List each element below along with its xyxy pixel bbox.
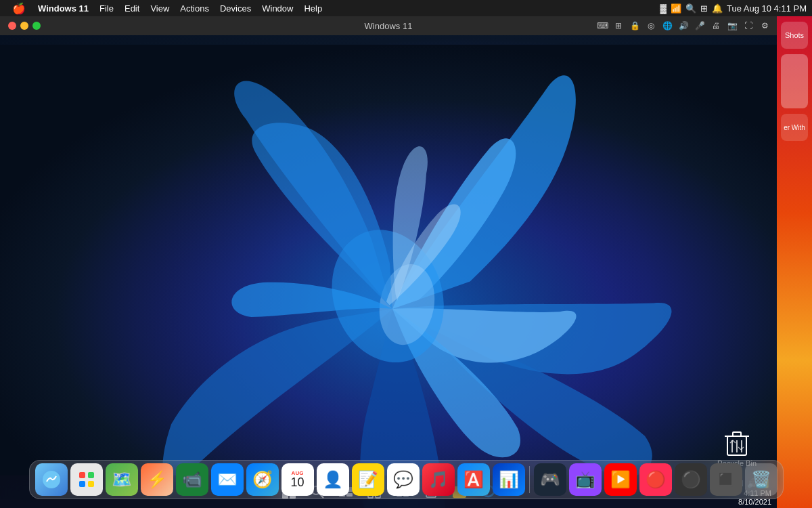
dock-app2[interactable]: ⚫ xyxy=(675,463,707,496)
dock-maps[interactable]: 🗺️ xyxy=(106,463,138,496)
menubar-right: ▓ 📶 🔍 ⊞ 🔔 Tue Aug 10 4:11 PM xyxy=(660,3,807,14)
dock-contacts[interactable]: 👤 xyxy=(317,463,349,496)
sidebar-app-shots[interactable]: Shots xyxy=(781,22,808,49)
globe-icon[interactable]: 🌐 xyxy=(660,19,674,33)
mac-sidebar: Shots er With xyxy=(777,16,812,508)
keyboard-icon[interactable]: ⌨ xyxy=(595,19,609,33)
dock-keynote[interactable]: 📊 xyxy=(493,463,525,496)
actions-menu[interactable]: Actions xyxy=(175,0,215,16)
maximize-button[interactable] xyxy=(32,22,41,30)
camera-icon[interactable]: 📷 xyxy=(725,19,739,33)
vm-titlebar: Windows 11 ⌨ ⊞ 🔒 ◎ 🌐 🔊 🎤 🖨 📷 ⛶ ⚙ xyxy=(0,16,777,35)
dock-calendar[interactable]: AUG10 xyxy=(281,463,314,496)
file-menu[interactable]: File xyxy=(94,0,119,16)
resize-icon[interactable]: ⛶ xyxy=(742,19,755,33)
menubar-left: 🍎 Windows 11 File Edit View Actions Devi… xyxy=(5,0,660,16)
control-center-icon[interactable]: ⊞ xyxy=(700,3,708,14)
sidebar-shots-label: Shots xyxy=(785,31,804,39)
dock-steam[interactable]: 🎮 xyxy=(534,463,566,496)
dock-appstore[interactable]: 🅰️ xyxy=(457,463,490,496)
dock-slack[interactable]: 💬 xyxy=(387,463,420,496)
print-icon[interactable]: 🖨 xyxy=(709,19,723,33)
recycle-bin-icon xyxy=(723,429,750,457)
devices-menu[interactable]: Devices xyxy=(215,0,256,16)
dock-music[interactable]: 🎵 xyxy=(422,463,455,496)
mic-icon[interactable]: 🎤 xyxy=(693,19,706,33)
dock-shortcuts[interactable]: ⚡ xyxy=(141,463,173,496)
dock-launchpad[interactable] xyxy=(70,463,103,496)
window-menu[interactable]: Window xyxy=(256,0,298,16)
svg-rect-36 xyxy=(79,481,85,487)
svg-rect-6 xyxy=(733,432,741,436)
dock-finder[interactable] xyxy=(35,463,68,496)
search-icon[interactable]: 🔍 xyxy=(685,3,696,14)
edit-menu[interactable]: Edit xyxy=(119,0,145,16)
dock-safari[interactable]: 🧭 xyxy=(246,463,279,496)
dock-separator xyxy=(529,466,530,493)
svg-rect-34 xyxy=(79,472,85,478)
help-menu[interactable]: Help xyxy=(298,0,328,16)
minimize-button[interactable] xyxy=(20,22,28,30)
dock-notes[interactable]: 📝 xyxy=(352,463,384,496)
lock-icon[interactable]: 🔒 xyxy=(628,19,641,33)
svg-rect-37 xyxy=(88,481,94,487)
sidebar-screenshot-preview[interactable] xyxy=(781,54,808,108)
dock-app3[interactable]: ◼️ xyxy=(710,463,742,496)
dock-mail[interactable]: ✉️ xyxy=(211,463,244,496)
notification-icon[interactable]: 🔔 xyxy=(712,3,723,14)
volume-icon[interactable]: 🔊 xyxy=(677,19,690,33)
dock-twitch[interactable]: 📺 xyxy=(569,463,602,496)
win11-desktop[interactable]: Recycle Bin xyxy=(0,35,777,508)
dock-trash[interactable]: 🗑️ xyxy=(745,463,777,496)
vm-window: Windows 11 ⌨ ⊞ 🔒 ◎ 🌐 🔊 🎤 🖨 📷 ⛶ ⚙ xyxy=(0,16,777,508)
vm-toolbar: ⌨ ⊞ 🔒 ◎ 🌐 🔊 🎤 🖨 📷 ⛶ ⚙ xyxy=(595,19,771,33)
apple-menu[interactable]: 🍎 xyxy=(5,0,32,16)
mac-menubar: 🍎 Windows 11 File Edit View Actions Devi… xyxy=(0,0,812,16)
dock-app1[interactable]: 🔴 xyxy=(639,463,672,496)
win11-wallpaper xyxy=(0,35,777,508)
wallpaper-svg xyxy=(0,35,777,508)
svg-rect-35 xyxy=(88,472,94,478)
close-button[interactable] xyxy=(8,22,16,30)
app-name-menu[interactable]: Windows 11 xyxy=(32,0,94,16)
mac-dock: 🗺️ ⚡ 📹 ✉️ 🧭 AUG10 👤 📝 💬 🎵 🅰️ 📊 🎮 📺 ▶️ 🔴 … xyxy=(0,454,812,508)
sidebar-share-widget[interactable]: er With xyxy=(781,114,808,141)
dock-youtube[interactable]: ▶️ xyxy=(604,463,637,496)
wifi-icon[interactable]: 📶 xyxy=(671,3,681,14)
compass-icon[interactable]: ◎ xyxy=(644,19,658,33)
battery-icon: ▓ xyxy=(660,3,666,14)
main-area: Windows 11 ⌨ ⊞ 🔒 ◎ 🌐 🔊 🎤 🖨 📷 ⛶ ⚙ xyxy=(0,16,812,508)
vm-title: Windows 11 xyxy=(365,21,413,31)
display-icon[interactable]: ⊞ xyxy=(612,19,625,33)
dock-facetime[interactable]: 📹 xyxy=(176,463,208,496)
settings-icon[interactable]: ⚙ xyxy=(758,19,771,33)
view-menu[interactable]: View xyxy=(145,0,175,16)
dock-container: 🗺️ ⚡ 📹 ✉️ 🧭 AUG10 👤 📝 💬 🎵 🅰️ 📊 🎮 📺 ▶️ 🔴 … xyxy=(29,460,784,499)
traffic-lights xyxy=(8,22,41,30)
menubar-time: Tue Aug 10 4:11 PM xyxy=(727,3,807,14)
